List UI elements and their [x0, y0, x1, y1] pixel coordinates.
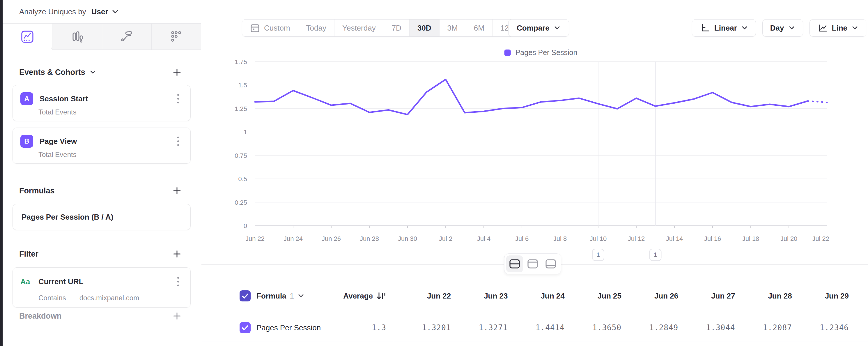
formula-title[interactable]: Pages Per Session (B / A) [22, 212, 113, 222]
add-formula-button[interactable] [171, 185, 183, 197]
tab-flows[interactable] [102, 24, 151, 50]
event-card-page-view[interactable]: B Page View Total Events [12, 127, 191, 164]
layout-chart-button[interactable] [524, 255, 541, 272]
svg-text:0.5: 0.5 [238, 175, 247, 183]
plus-icon [172, 249, 182, 259]
flow-icon [120, 30, 133, 44]
svg-text:Jun 22: Jun 22 [245, 235, 265, 242]
breakdown-header-label: Breakdown [19, 312, 62, 321]
event-badge: A [20, 92, 33, 105]
column-header[interactable]: Jun 29 [792, 291, 849, 300]
layout-toggle-group [504, 253, 561, 275]
kebab-menu-icon[interactable] [173, 136, 183, 147]
filter-property[interactable]: Current URL [38, 277, 173, 286]
svg-text:Jul 14: Jul 14 [666, 235, 683, 242]
svg-text:Jul 10: Jul 10 [590, 235, 607, 242]
sort-descending-icon[interactable] [376, 291, 386, 301]
svg-text:1: 1 [244, 128, 247, 136]
cell-value: 1.3201 [394, 323, 451, 332]
svg-text:Jul 12: Jul 12 [628, 235, 645, 242]
formula-card[interactable]: Pages Per Session (B / A) [12, 204, 191, 230]
report-type-tabs [3, 24, 201, 50]
event-aggregation[interactable]: Total Events [38, 150, 76, 159]
svg-text:Jun 30: Jun 30 [398, 235, 417, 242]
svg-text:Jul 8: Jul 8 [553, 235, 567, 242]
row-values: 1.3201 1.3271 1.4414 1.3650 1.2849 1.304… [394, 314, 868, 342]
report-main-panel: Custom Today Yesterday 7D 30D 3M 6M 12M … [202, 0, 868, 346]
svg-text:Jul 18: Jul 18 [742, 235, 760, 242]
event-aggregation[interactable]: Total Events [38, 108, 76, 116]
filter-operator[interactable]: Contains [38, 294, 66, 302]
tab-funnels[interactable] [52, 24, 101, 50]
analyze-by-dropdown[interactable]: User [91, 7, 108, 16]
filter-section-header: Filter [19, 248, 183, 260]
svg-text:Jul 16: Jul 16 [704, 235, 721, 242]
cell-value: 1.2087 [735, 323, 792, 332]
tab-retention[interactable] [151, 24, 201, 50]
cell-value: 1.2849 [621, 323, 678, 332]
bar-chart-icon [70, 30, 84, 44]
breakdown-section-header: Breakdown [19, 310, 183, 322]
string-property-icon: Aa [20, 277, 34, 286]
svg-text:Jul 22: Jul 22 [812, 235, 829, 242]
svg-text:1: 1 [596, 251, 600, 258]
add-event-button[interactable] [171, 66, 183, 78]
svg-text:Jun 28: Jun 28 [360, 235, 379, 242]
event-title[interactable]: Session Start [39, 94, 173, 104]
cell-value: 1.4414 [508, 323, 565, 332]
table-freeze-divider [394, 278, 394, 342]
kebab-menu-icon[interactable] [173, 93, 183, 105]
average-column-header[interactable]: Average [343, 291, 373, 300]
analyze-header: Analyze Uniques by User [3, 0, 201, 24]
funnel-dots-icon [169, 30, 183, 44]
kebab-menu-icon[interactable] [173, 276, 183, 287]
column-header[interactable]: Jun 26 [621, 291, 678, 300]
split-view-icon [509, 259, 520, 269]
add-breakdown-button[interactable] [171, 310, 183, 322]
svg-text:1.75: 1.75 [235, 58, 247, 65]
table-row[interactable]: Pages Per Session 1.3 1.3201 1.3271 1.44… [202, 314, 868, 342]
cell-value: 1.2346 [792, 323, 849, 332]
svg-text:1: 1 [653, 251, 657, 258]
layout-split-button[interactable] [506, 255, 523, 272]
svg-text:0.75: 0.75 [235, 152, 247, 159]
formulas-section-header: Formulas [19, 185, 183, 197]
chart-view-icon [527, 259, 538, 269]
events-header-label[interactable]: Events & Cohorts [19, 68, 96, 77]
layout-table-button[interactable] [542, 255, 559, 272]
window-edge-strip [0, 0, 3, 346]
analyze-prefix-label: Analyze Uniques by [19, 7, 86, 16]
column-header[interactable]: Jun 22 [394, 291, 451, 300]
svg-text:Jul 4: Jul 4 [477, 235, 491, 242]
column-header[interactable]: Jun 25 [565, 291, 621, 300]
event-title[interactable]: Page View [39, 137, 173, 146]
filter-card-current-url[interactable]: Aa Current URL Contains docs.mixpanel.co… [12, 267, 191, 308]
column-header[interactable]: Jun 23 [451, 291, 508, 300]
formulas-header-label: Formulas [19, 186, 55, 196]
svg-text:Jul 20: Jul 20 [780, 235, 798, 242]
add-filter-button[interactable] [171, 248, 183, 260]
line-chart[interactable]: 00.250.50.7511.251.51.75Jun 22Jun 24Jun … [202, 29, 868, 262]
column-header[interactable]: Jun 27 [678, 291, 735, 300]
filter-value[interactable]: docs.mixpanel.com [80, 294, 139, 302]
cell-value: 1.3044 [678, 323, 735, 332]
plus-icon [172, 311, 182, 321]
cell-value: 1.3271 [451, 323, 508, 332]
insights-line-chart-icon [21, 30, 34, 44]
chevron-down-icon [89, 70, 96, 75]
svg-text:0.25: 0.25 [235, 199, 247, 206]
event-card-session-start[interactable]: A Session Start Total Events [12, 85, 191, 121]
events-section-header: Events & Cohorts [19, 66, 183, 78]
table-view-icon [545, 259, 556, 269]
event-badge: B [20, 135, 33, 148]
chevron-down-icon[interactable] [112, 9, 119, 14]
column-header[interactable]: Jun 28 [735, 291, 792, 300]
svg-text:1.5: 1.5 [238, 82, 247, 89]
tab-insights[interactable] [3, 24, 52, 50]
column-header[interactable]: Jun 24 [508, 291, 565, 300]
mixpanel-insights-app: Analyze Uniques by User [0, 0, 868, 346]
svg-text:Jun 24: Jun 24 [283, 235, 303, 242]
svg-text:0: 0 [244, 222, 247, 230]
average-value: 1.3 [372, 323, 386, 332]
cell-value: 1.3650 [565, 323, 621, 332]
